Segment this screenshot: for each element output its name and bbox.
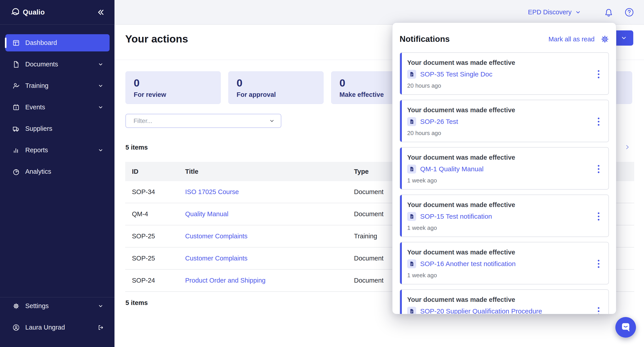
cell-id: SOP-25 xyxy=(132,255,185,262)
document-link-text: SOP-35 Test Single Doc xyxy=(420,70,492,78)
kebab-menu-icon[interactable] xyxy=(594,211,603,222)
notification-title: Your document was made effective xyxy=(407,296,515,304)
app-window: Qualio Dashboard Documents xyxy=(0,0,644,347)
stat-label: For review xyxy=(134,91,166,98)
person-check-icon xyxy=(12,82,20,90)
notification-item-clipped: Your document was made effective SOP-20 … xyxy=(400,289,609,314)
sidebar-item-events[interactable]: Events xyxy=(5,98,110,116)
document-link-text: SOP-15 Test notification xyxy=(420,213,492,220)
chevron-down-icon xyxy=(98,83,104,89)
chevron-right-icon[interactable] xyxy=(624,144,631,151)
sidebar-item-label: Suppliers xyxy=(25,125,52,132)
sidebar-collapse-icon[interactable] xyxy=(96,8,105,16)
unread-indicator-bar xyxy=(400,290,402,314)
document-link-text: QM-1 Quality Manual xyxy=(420,165,484,173)
stat-value: 0 xyxy=(134,77,212,89)
document-link[interactable]: Customer Complaints xyxy=(185,255,248,262)
unread-indicator-bar xyxy=(400,195,402,236)
notification-title: Your document was made effective xyxy=(407,154,515,161)
document-link[interactable]: Product Order and Shipping xyxy=(185,277,266,284)
sidebar-item-training[interactable]: Training xyxy=(5,77,110,94)
sidebar-item-reports[interactable]: Reports xyxy=(5,142,110,159)
column-header-title: Title xyxy=(185,168,354,175)
notification-title: Your document was made effective xyxy=(407,248,515,256)
notification-timestamp: 1 week ago xyxy=(407,224,437,232)
filter-input[interactable] xyxy=(134,118,269,124)
sidebar-item-documents[interactable]: Documents xyxy=(5,56,110,73)
help-icon[interactable] xyxy=(624,8,634,17)
unread-indicator-bar xyxy=(400,53,402,94)
mark-all-as-read-link[interactable]: Mark all as read xyxy=(548,36,594,43)
document-link[interactable]: ISO 17025 Course xyxy=(185,188,239,196)
unread-indicator-bar xyxy=(400,100,402,142)
notification-document-link[interactable]: SOP-20 Supplier Qualification Procedure xyxy=(407,307,542,314)
sidebar: Qualio Dashboard Documents xyxy=(0,0,114,347)
sidebar-logo-row: Qualio xyxy=(0,0,114,24)
sidebar-item-settings[interactable]: Settings xyxy=(5,297,110,314)
kebab-menu-icon[interactable] xyxy=(594,116,603,127)
notification-document-link[interactable]: QM-1 Quality Manual xyxy=(407,164,484,174)
document-link[interactable]: Customer Complaints xyxy=(185,232,248,240)
sidebar-item-dashboard[interactable]: Dashboard xyxy=(5,34,110,52)
logout-icon[interactable] xyxy=(98,324,104,331)
topbar: EPD Discovery xyxy=(114,0,644,24)
page-title: Your actions xyxy=(125,33,188,45)
notification-settings-gear-icon[interactable] xyxy=(600,35,609,44)
notification-timestamp: 20 hours ago xyxy=(407,130,441,136)
workspace-switcher[interactable]: EPD Discovery xyxy=(528,8,582,16)
column-header-id: ID xyxy=(132,168,185,175)
document-badge-icon xyxy=(407,70,416,79)
chat-launcher-button[interactable] xyxy=(616,317,636,338)
document-badge-icon xyxy=(407,307,416,314)
qualio-logo-icon xyxy=(10,7,20,18)
chevron-down-icon xyxy=(269,118,275,124)
notification-timestamp: 20 hours ago xyxy=(407,82,441,89)
document-badge-icon xyxy=(407,259,416,268)
document-link[interactable]: Quality Manual xyxy=(185,210,228,218)
chevron-down-icon xyxy=(98,61,104,68)
filter-dropdown[interactable] xyxy=(126,114,281,128)
document-badge-icon xyxy=(407,117,416,126)
brand-name: Qualio xyxy=(23,8,45,16)
stat-card-for-approval[interactable]: 0 For approval xyxy=(228,71,324,104)
cell-id: SOP-24 xyxy=(132,277,185,284)
sidebar-bottom: Settings Laura Ungrad xyxy=(5,297,110,340)
stat-value: 0 xyxy=(236,77,315,89)
document-badge-icon xyxy=(407,164,416,174)
bell-icon[interactable] xyxy=(604,8,614,17)
sidebar-item-suppliers[interactable]: Suppliers xyxy=(5,120,110,137)
sidebar-item-label: Training xyxy=(25,82,48,90)
kebab-menu-icon[interactable] xyxy=(594,258,603,269)
notification-timestamp: 1 week ago xyxy=(407,272,437,279)
kebab-menu-icon[interactable] xyxy=(594,306,603,314)
notifications-list: Your document was made effective SOP-35 … xyxy=(400,52,609,314)
notification-title: Your document was made effective xyxy=(407,201,515,208)
pie-chart-icon xyxy=(12,168,20,175)
notification-item: Your document was made effective SOP-35 … xyxy=(400,52,609,95)
chevron-down-icon xyxy=(620,34,628,42)
notifications-header: Notifications Mark all as read xyxy=(400,34,609,44)
kebab-menu-icon[interactable] xyxy=(594,69,603,80)
sidebar-item-analytics[interactable]: Analytics xyxy=(5,163,110,180)
sidebar-item-label: Analytics xyxy=(25,168,51,175)
document-link-text: SOP-26 Test xyxy=(420,118,458,126)
user-circle-icon xyxy=(12,324,20,331)
chevron-down-icon xyxy=(98,147,104,154)
notification-item: Your document was made effective SOP-26 … xyxy=(400,100,609,142)
bar-chart-icon xyxy=(12,147,20,154)
sidebar-item-label: Reports xyxy=(25,146,48,154)
cell-id: SOP-25 xyxy=(132,232,185,240)
truck-icon xyxy=(12,125,20,132)
stat-card-for-review[interactable]: 0 For review xyxy=(126,71,221,104)
workspace-name: EPD Discovery xyxy=(528,8,572,16)
chat-bubble-icon xyxy=(620,322,632,333)
unread-indicator-bar xyxy=(400,148,402,189)
kebab-menu-icon[interactable] xyxy=(594,164,603,174)
sidebar-user-row[interactable]: Laura Ungrad xyxy=(5,319,110,336)
document-badge-icon xyxy=(407,212,416,221)
notification-document-link[interactable]: SOP-16 Another test notification xyxy=(407,259,516,268)
notification-document-link[interactable]: SOP-26 Test xyxy=(407,117,458,126)
notification-title: Your document was made effective xyxy=(407,59,515,66)
notification-document-link[interactable]: SOP-35 Test Single Doc xyxy=(407,70,492,79)
notification-document-link[interactable]: SOP-15 Test notification xyxy=(407,212,492,221)
